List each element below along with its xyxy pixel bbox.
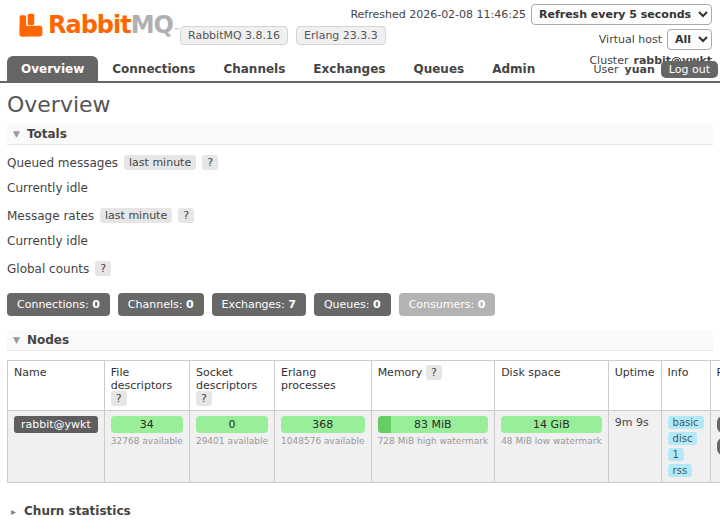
section-title-nodes: Nodes xyxy=(27,333,69,347)
memory-help-icon[interactable]: ? xyxy=(426,365,442,380)
channels-counter-badge: Channels: 0 xyxy=(118,293,204,316)
refresh-interval-select[interactable]: Refresh every 5 seconds xyxy=(531,4,712,25)
info-badge-basic: basic xyxy=(668,416,704,429)
virtual-host-select[interactable]: All xyxy=(667,29,712,50)
erlang-processes-detail: 1048576 available xyxy=(281,436,365,446)
consumers-counter-badge: Consumers: 0 xyxy=(399,293,496,316)
tab-connections[interactable]: Connections xyxy=(98,56,209,81)
reset-this-node-button[interactable]: This node xyxy=(717,416,720,433)
section-header-nodes[interactable]: ▼ Nodes xyxy=(7,330,713,351)
tab-queues[interactable]: Queues xyxy=(399,56,478,81)
col-header-erlang-processes: Erlang processes xyxy=(275,361,372,411)
brand-mq: MQ xyxy=(131,11,173,39)
col-header-name: Name xyxy=(8,361,105,411)
logout-button[interactable]: Log out xyxy=(661,61,718,78)
user-name: yuan xyxy=(625,63,655,76)
info-badges: basic disc 1 rss xyxy=(668,416,704,477)
file-descriptors-help-icon[interactable]: ? xyxy=(111,391,127,406)
col-header-reset-stats: Reset stats xyxy=(710,361,720,411)
section-header-totals[interactable]: ▼ Totals xyxy=(7,124,713,145)
col-header-file-descriptors: File descriptors ? xyxy=(104,361,189,411)
file-descriptors-detail: 32768 available xyxy=(111,436,183,446)
message-rates-window-badge: last minute xyxy=(100,208,172,223)
info-badge-count: 1 xyxy=(668,448,684,461)
expand-arrow-icon: ▸ xyxy=(11,506,16,517)
queued-messages-window-badge: last minute xyxy=(124,155,196,170)
disk-space-cell: 14 GiB 48 MiB low watermark xyxy=(495,411,609,483)
erlang-processes-bar: 368 xyxy=(281,416,365,433)
message-rates-label: Message rates xyxy=(7,209,94,223)
disk-space-detail: 48 MiB low watermark xyxy=(501,436,602,446)
tab-exchanges[interactable]: Exchanges xyxy=(299,56,399,81)
user-box: User yuan Log out xyxy=(593,61,720,81)
erlang-processes-cell: 368 1048576 available xyxy=(275,411,372,483)
col-header-uptime: Uptime xyxy=(608,361,661,411)
tab-admin[interactable]: Admin xyxy=(478,56,549,81)
socket-descriptors-help-icon[interactable]: ? xyxy=(196,391,212,406)
memory-cell: 83 MiB 728 MiB high watermark xyxy=(371,411,495,483)
message-rates-row: Message rates last minute ? xyxy=(7,207,713,224)
tab-bar: Overview Connections Channels Exchanges … xyxy=(0,56,720,83)
memory-bar-used-fill xyxy=(378,416,391,433)
reset-all-nodes-button[interactable]: All nodes xyxy=(717,438,720,455)
brand-wordmark: RabbitMQ™ xyxy=(48,12,179,44)
file-descriptors-bar: 34 xyxy=(111,416,183,433)
socket-descriptors-bar: 0 xyxy=(196,416,268,433)
refreshed-timestamp: Refreshed 2026-02-08 11:46:25 xyxy=(350,8,526,21)
brand-rabbit: Rabbit xyxy=(48,11,131,39)
header: RabbitMQ™ RabbitMQ 3.8.16 Erlang 23.3.3 … xyxy=(0,0,720,56)
trademark-symbol: ™ xyxy=(173,27,179,35)
page-title: Overview xyxy=(7,92,713,117)
queued-messages-idle-text: Currently idle xyxy=(7,181,713,195)
nodes-table: Name File descriptors ? Socket descripto… xyxy=(7,360,720,483)
message-rates-idle-text: Currently idle xyxy=(7,234,713,248)
global-counts-row: Global counts ? xyxy=(7,260,713,277)
col-header-socket-descriptors: Socket descriptors ? xyxy=(189,361,274,411)
collapse-arrow-icon: ▼ xyxy=(13,335,20,345)
socket-descriptors-detail: 29401 available xyxy=(196,436,268,446)
memory-bar: 83 MiB xyxy=(378,416,489,433)
col-header-disk-space: Disk space xyxy=(495,361,609,411)
col-header-memory: Memory ? xyxy=(371,361,495,411)
connections-counter-badge: Connections: 0 xyxy=(7,293,110,316)
tab-overview[interactable]: Overview xyxy=(7,56,98,81)
exchanges-counter-badge: Exchanges: 7 xyxy=(212,293,306,316)
queues-counter-badge: Queues: 0 xyxy=(314,293,391,316)
main-content: Overview ▼ Totals Queued messages last m… xyxy=(0,92,720,530)
queued-messages-help-icon[interactable]: ? xyxy=(202,155,218,170)
node-row: rabbit@ywkt 34 32768 available 0 29401 a… xyxy=(8,411,720,483)
rabbitmq-logo-icon xyxy=(18,12,44,41)
node-name-cell: rabbit@ywkt xyxy=(8,411,105,483)
section-header-churn-statistics[interactable]: ▸ Churn statistics xyxy=(11,504,713,518)
rabbitmq-version-badge: RabbitMQ 3.8.16 xyxy=(180,26,288,45)
file-descriptors-cell: 34 32768 available xyxy=(104,411,189,483)
global-counters: Connections: 0 Channels: 0 Exchanges: 7 … xyxy=(7,293,713,316)
memory-detail: 728 MiB high watermark xyxy=(378,436,489,446)
uptime-cell: 9m 9s xyxy=(608,411,661,483)
queued-messages-label: Queued messages xyxy=(7,156,118,170)
message-rates-help-icon[interactable]: ? xyxy=(178,208,194,223)
global-counts-help-icon[interactable]: ? xyxy=(95,261,111,276)
info-badge-disc: disc xyxy=(668,432,698,445)
queued-messages-row: Queued messages last minute ? xyxy=(7,154,713,171)
global-counts-label: Global counts xyxy=(7,262,89,276)
socket-descriptors-cell: 0 29401 available xyxy=(189,411,274,483)
rabbitmq-logo: RabbitMQ™ xyxy=(18,12,179,44)
user-label: User xyxy=(593,63,618,76)
info-badge-rss: rss xyxy=(668,464,693,477)
section-title-totals: Totals xyxy=(27,127,67,141)
virtual-host-label: Virtual host xyxy=(599,33,662,46)
col-header-info: Info xyxy=(661,361,710,411)
info-cell: basic disc 1 rss xyxy=(661,411,710,483)
reset-stats-cell: This node All nodes xyxy=(710,411,720,483)
tab-channels[interactable]: Channels xyxy=(209,56,299,81)
collapse-arrow-icon: ▼ xyxy=(13,129,20,139)
disk-space-bar: 14 GiB xyxy=(501,416,602,433)
node-name-badge: rabbit@ywkt xyxy=(14,416,98,433)
nodes-table-header-row: Name File descriptors ? Socket descripto… xyxy=(8,361,720,411)
